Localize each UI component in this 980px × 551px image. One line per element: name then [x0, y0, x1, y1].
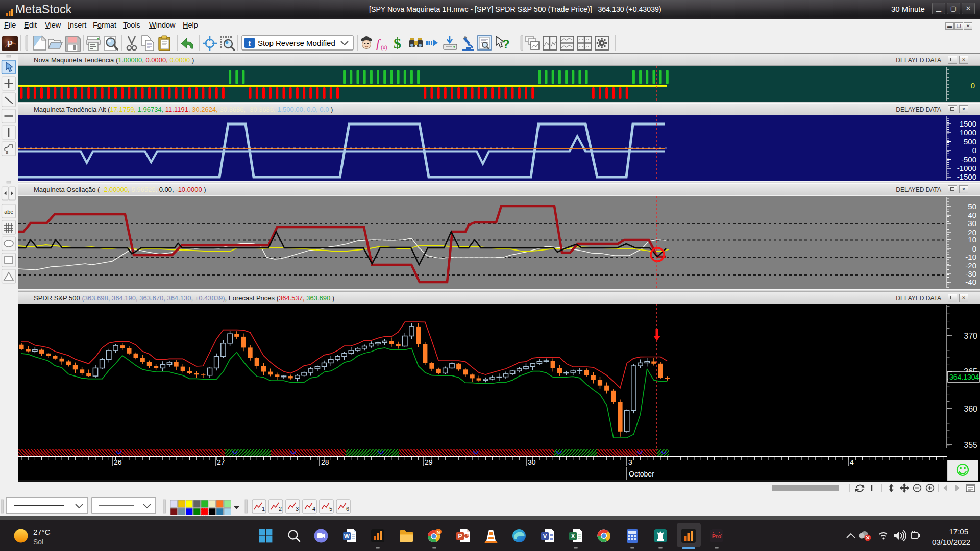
svg-text:500: 500 — [964, 137, 976, 146]
svg-text:P: P — [458, 533, 462, 540]
svg-text:364.1304: 364.1304 — [949, 373, 979, 381]
svg-text:-30: -30 — [965, 269, 976, 278]
svg-text:0: 0 — [972, 244, 976, 253]
svg-text:5: 5 — [329, 506, 332, 512]
svg-text:17:05: 17:05 — [949, 527, 968, 536]
svg-text:Pro: Pro — [712, 533, 722, 539]
svg-text:October: October — [629, 470, 654, 478]
svg-text:28: 28 — [321, 458, 329, 466]
svg-text:S: S — [6, 150, 8, 155]
svg-text:-10: -10 — [965, 253, 976, 261]
svg-text:40: 40 — [968, 211, 976, 219]
svg-text:0: 0 — [972, 146, 976, 155]
svg-text:29: 29 — [425, 458, 433, 466]
svg-text:50: 50 — [968, 202, 976, 211]
svg-text:370: 370 — [964, 332, 977, 340]
svg-text:W: W — [344, 533, 350, 540]
svg-text:-1000: -1000 — [957, 164, 976, 172]
svg-text:?: ? — [502, 37, 510, 51]
svg-text:2: 2 — [279, 506, 282, 512]
svg-text:6: 6 — [346, 506, 349, 512]
svg-text:abc: abc — [4, 209, 13, 215]
svg-text:(x): (x) — [381, 44, 387, 51]
svg-text:Stop Reverse Modified: Stop Reverse Modified — [258, 39, 335, 47]
svg-text:360: 360 — [964, 405, 977, 413]
svg-text:1500: 1500 — [960, 119, 976, 128]
svg-text:27°C: 27°C — [33, 528, 51, 536]
svg-text:1: 1 — [262, 506, 265, 512]
svg-text:0: 0 — [971, 81, 975, 90]
svg-text:X: X — [571, 533, 575, 540]
svg-text:4: 4 — [312, 506, 315, 512]
svg-text:-40: -40 — [965, 278, 976, 286]
svg-text:10: 10 — [968, 235, 976, 244]
svg-text:-1500: -1500 — [957, 172, 976, 181]
svg-text:3: 3 — [628, 458, 632, 466]
svg-text:$: $ — [394, 35, 401, 52]
svg-text:27: 27 — [217, 458, 225, 466]
svg-text:V: V — [543, 533, 547, 540]
svg-text:30: 30 — [968, 219, 976, 228]
svg-text:-20: -20 — [965, 261, 976, 270]
svg-text:1000: 1000 — [960, 128, 976, 137]
svg-text:4: 4 — [850, 458, 854, 466]
svg-text:26: 26 — [114, 458, 122, 466]
svg-text:3: 3 — [296, 506, 299, 512]
svg-text:-500: -500 — [961, 155, 976, 164]
svg-text:03/10/2022: 03/10/2022 — [932, 538, 970, 546]
svg-text:Sol: Sol — [33, 538, 43, 546]
svg-text:P: P — [7, 39, 13, 49]
svg-text:355: 355 — [964, 441, 977, 449]
svg-text:N: N — [437, 530, 440, 535]
svg-text:30: 30 — [528, 458, 536, 466]
